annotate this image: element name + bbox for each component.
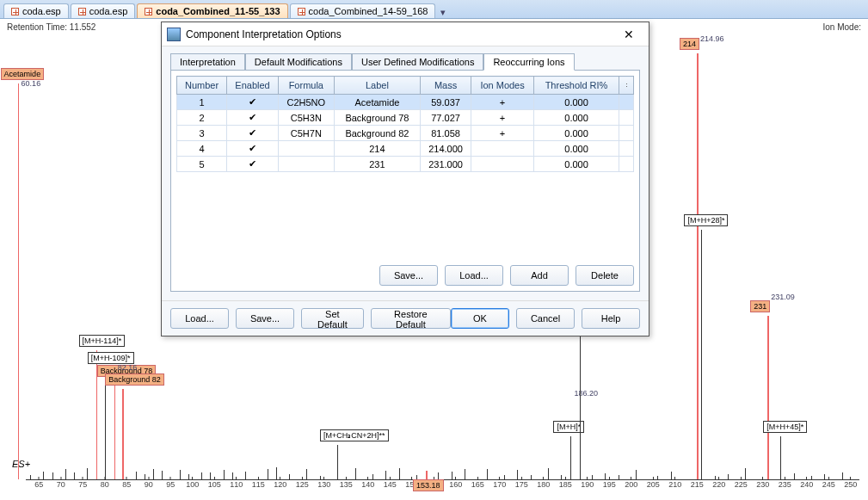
peak-label[interactable]: [M+H-109]*	[88, 352, 134, 364]
file-tab-3[interactable]: coda_Combined_14-59_168	[290, 3, 436, 18]
cell-blank[interactable]	[619, 157, 634, 172]
table-row[interactable]: 5✔231231.0000.000	[177, 157, 634, 172]
peak[interactable]	[697, 53, 699, 479]
file-tab-0[interactable]: coda.esp	[3, 3, 69, 18]
cell-label[interactable]: Background 82	[334, 126, 420, 141]
cell-enabled[interactable]: ✔	[227, 95, 279, 110]
cell-blank[interactable]	[619, 110, 634, 126]
help-button[interactable]: Help	[582, 308, 640, 329]
tab-user-defined-modifications[interactable]: User Defined Modifications	[352, 53, 483, 71]
cell-mass[interactable]: 81.058	[421, 126, 471, 141]
pane-load-button[interactable]: Load...	[445, 265, 503, 286]
cell-mass[interactable]: 214.000	[421, 141, 471, 157]
cell-mass[interactable]: 231.000	[421, 157, 471, 172]
noise-peak	[224, 470, 225, 479]
peak-label[interactable]: Background 82	[105, 373, 164, 386]
col-ion-modes[interactable]: Ion Modes	[471, 77, 534, 95]
col-number[interactable]: Number	[177, 77, 227, 95]
cell-formula[interactable]	[278, 141, 334, 157]
cell-blank[interactable]	[619, 126, 634, 141]
peak[interactable]	[780, 436, 781, 479]
col-corner[interactable]	[619, 77, 634, 95]
peak[interactable]	[337, 445, 338, 479]
delete-button[interactable]: Delete	[576, 265, 634, 286]
table-row[interactable]: 3✔C5H7NBackground 8281.058+0.000	[177, 126, 634, 141]
peak-label[interactable]: [M+H+28]*	[684, 214, 728, 226]
cell-formula[interactable]	[278, 157, 334, 172]
tab-reoccurring-ions[interactable]: Reoccurring Ions	[483, 53, 574, 71]
dialog-titlebar[interactable]: Component Interpretation Options ✕	[162, 22, 649, 46]
set-default-button[interactable]: Set Default	[301, 308, 364, 329]
cell-ion-modes[interactable]: +	[471, 95, 534, 110]
cell-threshold[interactable]: 0.000	[534, 157, 619, 172]
ok-button[interactable]: OK	[451, 308, 509, 329]
tab-interpretation[interactable]: Interpretation	[170, 53, 245, 71]
col-mass[interactable]: Mass	[421, 77, 471, 95]
footer-load-button[interactable]: Load...	[170, 308, 229, 329]
cell-threshold[interactable]: 0.000	[534, 110, 619, 126]
tab-dropdown-icon[interactable]: ▾	[437, 7, 449, 18]
cancel-button[interactable]: Cancel	[516, 308, 575, 329]
cell-blank[interactable]	[619, 95, 634, 110]
peak-label[interactable]: Acetamide	[1, 68, 45, 80]
cell-label[interactable]: Acetamide	[334, 95, 420, 110]
cell-number[interactable]: 2	[177, 110, 227, 126]
peak-label[interactable]: [M+CH₃CN+2H]**	[320, 429, 389, 441]
peak[interactable]	[701, 230, 702, 479]
cell-formula[interactable]: C5H7N	[278, 126, 334, 141]
table-row[interactable]: 4✔214214.0000.000	[177, 141, 634, 157]
ions-table[interactable]: NumberEnabledFormulaLabelMassIon ModesTh…	[176, 76, 634, 172]
peak[interactable]	[122, 389, 124, 479]
peak[interactable]	[570, 436, 571, 479]
cell-enabled[interactable]: ✔	[227, 141, 279, 157]
cell-ion-modes[interactable]	[471, 141, 534, 157]
file-tab-1[interactable]: coda.esp	[71, 3, 136, 18]
dialog-icon	[167, 28, 181, 41]
table-row[interactable]: 2✔C5H3NBackground 7877.027+0.000	[177, 110, 634, 126]
peak[interactable]	[114, 380, 116, 479]
cell-ion-modes[interactable]	[471, 157, 534, 172]
tab-default-modifications[interactable]: Default Modifications	[245, 53, 352, 71]
col-label[interactable]: Label	[334, 77, 420, 95]
restore-default-button[interactable]: Restore Default	[371, 308, 451, 329]
cell-enabled[interactable]: ✔	[227, 110, 279, 126]
cell-enabled[interactable]: ✔	[227, 157, 279, 172]
cell-mass[interactable]: 77.027	[421, 110, 471, 126]
cell-threshold[interactable]: 0.000	[534, 126, 619, 141]
cell-mass[interactable]: 59.037	[421, 95, 471, 110]
cell-ion-modes[interactable]: +	[471, 110, 534, 126]
file-tab-2[interactable]: coda_Combined_11-55_133	[137, 3, 287, 18]
cell-number[interactable]: 4	[177, 141, 227, 157]
cell-threshold[interactable]: 0.000	[534, 141, 619, 157]
cell-blank[interactable]	[619, 141, 634, 157]
cell-number[interactable]: 1	[177, 95, 227, 110]
cell-formula[interactable]: C2H5NO	[278, 95, 334, 110]
table-row[interactable]: 1✔C2H5NOAcetamide59.037+0.000	[177, 95, 634, 110]
peak-label[interactable]: [M+H-114]*	[79, 335, 126, 347]
peak[interactable]	[18, 83, 20, 479]
cell-label[interactable]: Background 78	[334, 110, 420, 126]
add-button[interactable]: Add	[510, 265, 569, 286]
x-tick: 115	[252, 477, 265, 489]
cell-threshold[interactable]: 0.000	[534, 95, 619, 110]
noise-peak	[487, 469, 488, 479]
peak-label[interactable]: [M+H+45]*	[763, 421, 807, 433]
peak-label[interactable]: 231	[750, 300, 770, 312]
cell-ion-modes[interactable]: +	[471, 126, 534, 141]
peak[interactable]	[767, 316, 769, 479]
pane-save-button[interactable]: Save...	[379, 265, 438, 286]
col-threshold-ri-[interactable]: Threshold RI%	[534, 77, 619, 95]
cell-enabled[interactable]: ✔	[227, 126, 279, 141]
cell-number[interactable]: 5	[177, 157, 227, 172]
cell-label[interactable]: 231	[334, 157, 420, 172]
cell-number[interactable]: 3	[177, 126, 227, 141]
col-enabled[interactable]: Enabled	[227, 77, 279, 95]
close-icon[interactable]: ✕	[614, 26, 643, 43]
col-formula[interactable]: Formula	[278, 77, 334, 95]
peak-label[interactable]: 214	[680, 38, 699, 50]
peak-label[interactable]: 153.18	[413, 479, 444, 491]
cell-formula[interactable]: C5H3N	[278, 110, 334, 126]
cell-label[interactable]: 214	[334, 141, 420, 157]
peak[interactable]	[426, 471, 428, 479]
footer-save-button[interactable]: Save...	[236, 308, 294, 329]
